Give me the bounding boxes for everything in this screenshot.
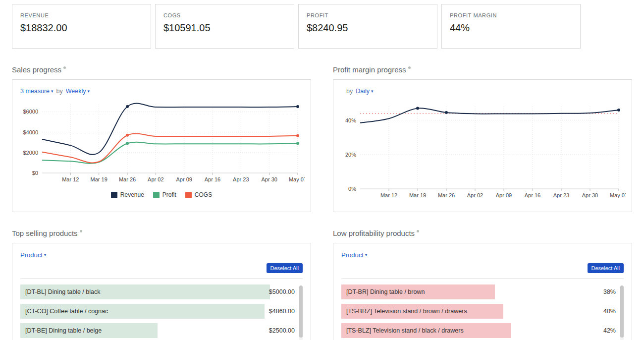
- kpi-label: PROFIT MARGIN: [450, 12, 572, 18]
- svg-text:$4000: $4000: [23, 129, 38, 135]
- measure-dropdown-label: 3 measure: [20, 88, 50, 95]
- divider: [20, 278, 303, 279]
- legend-label: Revenue: [120, 191, 144, 198]
- info-dot-icon[interactable]: [417, 230, 419, 232]
- chart-controls: 3 measure ▾ by Weekly ▾: [19, 86, 304, 99]
- kpi-label: PROFIT: [307, 12, 429, 18]
- tile-title: Low profitability products: [333, 229, 632, 238]
- kpi-label: COGS: [163, 12, 286, 18]
- svg-text:40%: 40%: [345, 117, 356, 123]
- by-label: by: [56, 88, 63, 95]
- legend-item[interactable]: Revenue: [111, 191, 144, 198]
- info-dot-icon[interactable]: [408, 66, 411, 69]
- row-label: [CT-CO] Coffee table / cognac: [25, 304, 108, 319]
- scrollbar-thumb[interactable]: [620, 285, 624, 338]
- svg-text:May 07: May 07: [610, 192, 626, 198]
- row-value: 40%: [603, 304, 616, 319]
- svg-text:Apr 30: Apr 30: [261, 176, 277, 182]
- tile-title-text: Profit margin progress: [333, 65, 406, 74]
- svg-text:May 07: May 07: [289, 176, 305, 182]
- dashboard-page: REVENUE $18832.00 COGS $10591.05 PROFIT …: [0, 0, 644, 340]
- kpi-value: $10591.05: [163, 22, 286, 34]
- row-label: [DT-BR] Dining table / brown: [346, 284, 425, 299]
- svg-text:Apr 02: Apr 02: [467, 192, 483, 198]
- row-label: [TS-BRZ] Television stand / brown / draw…: [346, 304, 467, 319]
- svg-text:Apr 16: Apr 16: [205, 176, 220, 182]
- scrollbar-track[interactable]: [620, 285, 624, 340]
- svg-text:Apr 09: Apr 09: [176, 176, 192, 182]
- kpi-card-profit: PROFIT $8240.95: [298, 4, 437, 49]
- deselect-row: Deselect All: [20, 263, 303, 273]
- margin-line-chart: 0%20%40%Mar 12Mar 19Mar 26Apr 02Apr 09Ap…: [340, 99, 626, 203]
- by-label: by: [346, 88, 353, 95]
- kpi-card-cogs: COGS $10591.05: [155, 4, 294, 49]
- table-row[interactable]: [DT-BE] Dining table / beige$2500.00: [20, 323, 295, 338]
- period-dropdown-label: Daily: [356, 88, 370, 95]
- svg-text:0%: 0%: [348, 186, 356, 192]
- chevron-down-icon: ▾: [88, 89, 90, 94]
- row-value: $5000.00: [269, 284, 295, 299]
- info-dot-icon[interactable]: [63, 66, 66, 69]
- kpi-value: $8240.95: [307, 22, 429, 34]
- svg-text:Apr 09: Apr 09: [496, 192, 512, 198]
- row-label: [DT-BE] Dining table / beige: [25, 323, 102, 338]
- low-profit-rows: [DT-BR] Dining table / brown38%[TS-BRZ] …: [341, 284, 624, 338]
- deselect-all-button[interactable]: Deselect All: [267, 263, 303, 273]
- svg-text:Mar 12: Mar 12: [380, 192, 397, 198]
- kpi-label: REVENUE: [20, 12, 143, 18]
- legend-item[interactable]: COGS: [185, 191, 212, 198]
- low-profitability-products-tile: Low profitability products Product ▾ Des…: [333, 229, 632, 340]
- deselect-row: Deselect All: [341, 263, 624, 273]
- svg-text:Mar 19: Mar 19: [409, 192, 426, 198]
- legend-label: COGS: [195, 191, 212, 198]
- svg-text:Mar 19: Mar 19: [91, 176, 107, 182]
- legend-item[interactable]: Profit: [153, 191, 176, 198]
- scrollbar-track[interactable]: [299, 285, 303, 340]
- chevron-down-icon: ▾: [365, 253, 368, 257]
- row-label: [TS-BLZ] Television stand / black / draw…: [346, 323, 464, 338]
- chart-legend: RevenueProfitCOGS: [19, 191, 304, 198]
- charts-row: Sales progress 3 measure ▾ by Weekly ▾ $…: [12, 65, 632, 212]
- tile-title: Sales progress: [12, 65, 311, 74]
- tile-title-text: Low profitability products: [333, 229, 415, 238]
- row-value: $4860.00: [269, 304, 295, 319]
- table-row[interactable]: [DT-BL] Dining table / black$5000.00: [20, 284, 295, 299]
- svg-text:Mar 12: Mar 12: [62, 176, 79, 182]
- tile-title: Top selling products: [12, 229, 311, 238]
- chevron-down-icon: ▾: [371, 89, 374, 94]
- svg-text:Apr 30: Apr 30: [582, 192, 598, 198]
- chart-controls: by Daily ▾: [340, 86, 625, 99]
- top-products-rows: [DT-BL] Dining table / black$5000.00[CT-…: [20, 284, 303, 338]
- period-dropdown[interactable]: Weekly ▾: [66, 88, 90, 95]
- chevron-down-icon: ▾: [51, 89, 54, 94]
- tile-title: Profit margin progress: [333, 65, 632, 74]
- margin-chart-card: by Daily ▾ 0%20%40%Mar 12Mar 19Mar 26Apr…: [333, 79, 632, 212]
- deselect-all-button[interactable]: Deselect All: [588, 263, 624, 273]
- svg-text:Mar 26: Mar 26: [438, 192, 455, 198]
- row-value: 38%: [603, 284, 616, 299]
- table-row[interactable]: [TS-BRZ] Television stand / brown / draw…: [341, 304, 616, 319]
- product-column-dropdown[interactable]: Product ▾: [341, 251, 367, 259]
- measure-dropdown[interactable]: 3 measure ▾: [20, 88, 54, 95]
- table-row[interactable]: [DT-BR] Dining table / brown38%: [341, 284, 616, 299]
- kpi-card-revenue: REVENUE $18832.00: [12, 4, 151, 49]
- info-dot-icon[interactable]: [80, 230, 82, 232]
- svg-text:Apr 16: Apr 16: [525, 192, 540, 198]
- column-dropdown-label: Product: [20, 251, 43, 259]
- row-label: [DT-BL] Dining table / black: [25, 284, 100, 299]
- top-selling-products-tile: Top selling products Product ▾ Deselect …: [12, 229, 311, 340]
- period-dropdown[interactable]: Daily ▾: [356, 88, 373, 95]
- scrollbar-thumb[interactable]: [299, 285, 303, 338]
- tile-title-text: Sales progress: [12, 65, 61, 74]
- legend-swatch-icon: [111, 192, 117, 198]
- tile-title-text: Top selling products: [12, 229, 78, 238]
- table-row[interactable]: [CT-CO] Coffee table / cognac$4860.00: [20, 304, 295, 319]
- table-row[interactable]: [TS-BLZ] Television stand / black / draw…: [341, 323, 616, 338]
- product-column-dropdown[interactable]: Product ▾: [20, 251, 46, 259]
- table-header: Product ▾ Deselect All: [20, 250, 303, 273]
- svg-text:$2000: $2000: [23, 150, 38, 156]
- legend-label: Profit: [162, 191, 176, 198]
- top-products-card: Product ▾ Deselect All [DT-BL] Dining ta…: [12, 243, 311, 340]
- profit-margin-tile: Profit margin progress by Daily ▾ 0%20%4…: [333, 65, 632, 212]
- svg-text:$6000: $6000: [23, 109, 38, 114]
